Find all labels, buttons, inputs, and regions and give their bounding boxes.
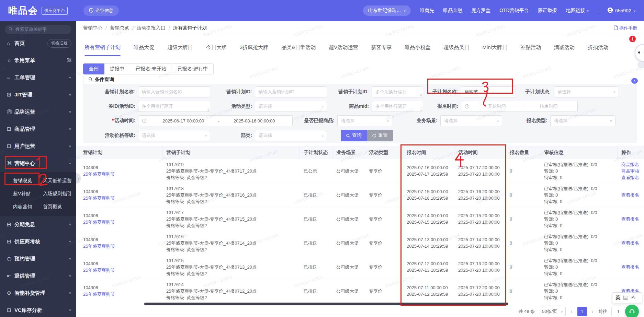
status-filter-提报中[interactable]: 提报中 <box>104 63 130 74</box>
page-number-button[interactable]: 1 <box>577 307 587 316</box>
next-page-button[interactable]: › <box>591 308 594 315</box>
submenu-item-营销总览[interactable]: 营销总览 <box>0 174 38 187</box>
tab-3折疯抢大牌[interactable]: 3折疯抢大牌 <box>240 36 268 59</box>
plan-name-link[interactable]: 25年盛夏爽购节 <box>83 195 158 201</box>
sidebar-search[interactable] <box>5 25 71 34</box>
select-dept[interactable]: 请选择∨ <box>255 130 327 141</box>
plan-name-link[interactable]: 25年盛夏爽购节 <box>83 291 158 297</box>
action-link-查看报名[interactable]: 查看报名 <box>621 192 640 198</box>
prev-page-button[interactable]: ‹ <box>570 308 573 315</box>
sidebar-item-工单管理[interactable]: ≡工单管理∨ <box>0 69 76 86</box>
ime-toolbar[interactable]: 英 <box>612 292 642 303</box>
tab-所有营销子计划[interactable]: 所有营销子计划 <box>84 36 121 59</box>
reset-button[interactable]: 重置 <box>367 130 393 141</box>
breadcrumb-item[interactable]: 所有营销子计划 <box>173 25 207 31</box>
select-sub_status[interactable]: 请选择∨ <box>554 86 619 97</box>
vendor-select[interactable]: 山东世纪缘珠... ∨ <box>363 5 411 16</box>
subplan-grade: 价格等级: 黄金等级2 <box>166 174 295 181</box>
manual-link[interactable]: 操作手册 <box>614 25 637 31</box>
breadcrumb-item[interactable]: 活动提报入口 <box>137 25 166 31</box>
sidebar-item-VC库存分析[interactable]: ⊡VC库存分析∨ <box>0 302 76 317</box>
action-link-查看报名[interactable]: 查看报名 <box>621 240 640 246</box>
condition-query-tab[interactable]: 条件查询 <box>83 75 119 84</box>
top-nav-link[interactable]: 唯品金融 <box>443 8 462 14</box>
plan-name-link[interactable]: 25年盛夏爽购节 <box>83 171 158 177</box>
sidebar-item-用户运营[interactable]: ⊡用户运营∨ <box>0 138 76 155</box>
textarea-sub_plan_id[interactable]: 多个用换行隔开 <box>372 86 423 97</box>
sidebar-item-首页[interactable]: ⌂首页切换旧版 <box>0 35 76 52</box>
tab-今日大牌[interactable]: 今日大牌 <box>206 36 227 59</box>
sidebar-item-分期免息[interactable]: ⊞分期免息∨ <box>0 216 76 233</box>
switch-old-version-button[interactable]: 切换旧版 <box>47 39 71 48</box>
tab-新客专享[interactable]: 新客专享 <box>371 36 392 59</box>
sidebar-item-智能补货管理[interactable]: ⊕智能补货管理∨ <box>0 284 76 302</box>
tab-唯品大促[interactable]: 唯品大促 <box>134 36 154 59</box>
sidebar-item-品牌运营[interactable]: Ⓡ品牌运营∨ <box>0 103 76 120</box>
input-mkt_name[interactable]: 请输入营销计划名称 <box>138 86 210 97</box>
plan-name-link[interactable]: 25年盛夏爽购节 <box>83 243 158 249</box>
biz-scene: 公司级大促 <box>336 216 361 222</box>
user-menu[interactable]: 655902 ∨ <box>607 7 636 14</box>
textarea-mid[interactable]: 多个用换行隔开 <box>372 101 423 112</box>
daterange-act_time[interactable]: 2025-06-17 00:00:00-2025-08-16 00:00:00 <box>138 115 293 126</box>
sidebar-item-JIT管理[interactable]: ⊞JIT管理∨ <box>0 86 76 103</box>
daterange-signup_time[interactable]: 开始时间-结束时间 <box>461 101 578 112</box>
tab-超级大牌日[interactable]: 超级大牌日 <box>167 36 193 59</box>
tab-满减活动[interactable]: 满减活动 <box>554 36 575 59</box>
plan-name-link[interactable]: 25年盛夏爽购节 <box>83 267 158 273</box>
action-link-查看报名[interactable]: 查看报名 <box>621 216 640 222</box>
sidebar-item-商品管理[interactable]: ⊟商品管理∨ <box>0 120 76 138</box>
action-link-查看报名[interactable]: 查看报名 <box>621 174 640 181</box>
textarea-coupon_id[interactable]: 多个用换行隔开 <box>138 101 210 112</box>
status-filter-全部[interactable]: 全部 <box>83 63 104 74</box>
sidebar-item-label: 智能补货管理 <box>14 290 45 296</box>
sidebar-item-供应商考核[interactable]: ⊟供应商考核∨ <box>0 233 76 250</box>
sidebar-item-常用菜单[interactable]: ☆常用菜单 <box>0 52 76 69</box>
sidebar-item-退供管理[interactable]: ⇤退供管理∨ <box>0 267 76 284</box>
map-link[interactable]: 地图链接 ∨ <box>566 8 589 14</box>
audit-line: 待审核: 0 <box>544 270 613 277</box>
sidebar-search-input[interactable] <box>15 26 66 32</box>
tab-超级品类日[interactable]: 超级品类日 <box>443 36 469 59</box>
action-link-商品审核[interactable]: 商品审核 <box>621 168 640 174</box>
status-filter-已报名-进行中[interactable]: 已报名-进行中 <box>172 63 214 74</box>
tab-超V活动运营[interactable]: 超V活动运营 <box>329 36 358 59</box>
select-price_grade[interactable]: 请选择∨ <box>138 130 210 141</box>
submenu-item-首页概览[interactable]: 首页概览 <box>38 200 76 213</box>
sidebar-item-营销中心[interactable]: ⌘营销中心∧ <box>0 155 76 172</box>
action-link-查看报名[interactable]: 查看报名 <box>621 264 640 270</box>
select-reported[interactable]: 请选择∨ <box>337 115 392 126</box>
submenu-item-内容营销[interactable]: 内容营销 <box>0 200 38 213</box>
top-nav-link[interactable]: 唯商先 <box>420 8 434 14</box>
select-signup_type[interactable]: 请选择∨ <box>550 115 615 126</box>
breadcrumb-item[interactable]: 营销中心 <box>83 25 102 31</box>
customer-service-button[interactable] <box>625 305 639 317</box>
input-mkt_id[interactable]: 请输入营销计划ID <box>255 86 327 97</box>
collapse-filter-button[interactable]: ∧ <box>631 78 638 84</box>
page-size-select[interactable]: 50条/页 ∨ <box>539 307 566 316</box>
tab-品类&日常活动[interactable]: 品类&日常活动 <box>281 36 316 59</box>
status-filter-已报名-未开始[interactable]: 已报名-未开始 <box>130 63 172 74</box>
breadcrumb-item[interactable]: 营销总览 <box>110 25 129 31</box>
assistant-robot[interactable] <box>635 42 644 68</box>
scrollbar-thumb[interactable] <box>144 303 508 305</box>
select-act_type[interactable]: 请选择∨ <box>255 101 327 112</box>
action-link-商品报名[interactable]: 商品报名 <box>621 161 640 168</box>
submenu-item-天天低价运营[interactable]: 天天低价运营 <box>38 174 76 187</box>
submenu-item-超V补贴[interactable]: 超V补贴 <box>0 187 38 200</box>
top-nav-link[interactable]: 魔方罗盘 <box>471 8 490 14</box>
company-info-button[interactable]: 企业信息 <box>83 5 119 16</box>
plan-name-link[interactable]: 25年盛夏爽购节 <box>83 219 158 225</box>
search-button[interactable]: 查询 <box>341 130 367 141</box>
input-sub_name[interactable]: 爽购节 <box>461 86 516 97</box>
top-nav-link[interactable]: OTD营销平台 <box>499 8 529 14</box>
tab-折扣活动[interactable]: 折扣活动 <box>588 36 608 59</box>
top-nav-link[interactable]: 廉正举报 <box>538 8 557 14</box>
tab-唯品小粉盒[interactable]: 唯品小粉盒 <box>405 36 430 59</box>
goto-page-input[interactable] <box>611 307 625 316</box>
select-biz_scene[interactable]: 请选择∨ <box>440 115 502 126</box>
submenu-item-入场规则指引[interactable]: 入场规则指引 <box>38 187 76 200</box>
tab-Mini大牌日[interactable]: Mini大牌日 <box>482 36 507 59</box>
tab-补贴活动[interactable]: 补贴活动 <box>520 36 541 59</box>
sidebar-item-预约管理[interactable]: ◷预约管理∨ <box>0 250 76 267</box>
